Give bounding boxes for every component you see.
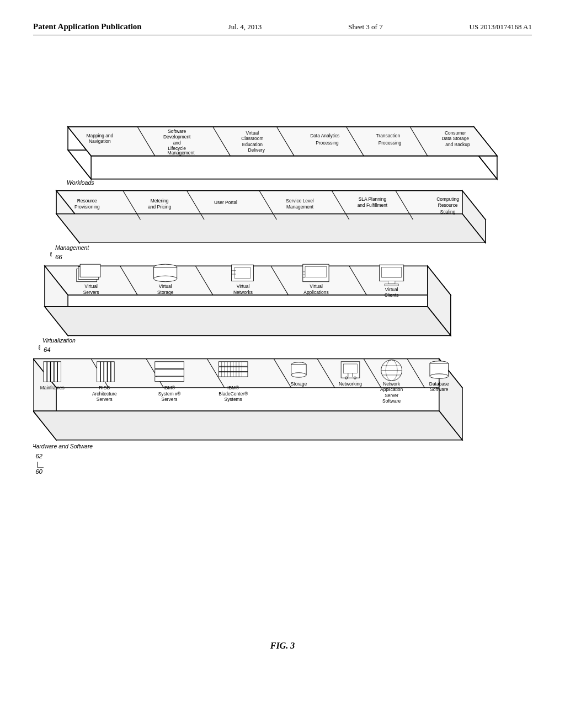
svg-text:Provisioning: Provisioning [74,204,100,210]
svg-text:Servers: Servers [162,397,178,402]
svg-rect-118 [155,362,184,369]
svg-rect-71 [231,265,253,281]
figure-label: FIG. 3 [270,641,295,651]
svg-text:Networks: Networks [233,290,253,295]
svg-text:Servers: Servers [97,397,113,402]
diagram-area: Mapping and Navigation Software Developm… [33,88,532,618]
svg-rect-63 [80,264,100,277]
svg-text:and Backup: and Backup [445,142,470,147]
svg-rect-104 [44,362,61,382]
svg-text:Clients: Clients [385,292,399,298]
svg-text:System x®: System x® [158,391,182,397]
svg-text:Virtual: Virtual [237,283,250,289]
svg-text:BladeCenter®: BladeCenter® [218,391,248,397]
svg-text:62: 62 [35,453,42,459]
svg-text:Virtual: Virtual [84,283,98,289]
svg-text:Resource: Resource [438,202,458,208]
svg-text:Development: Development [163,134,191,140]
svg-marker-96 [33,411,462,440]
svg-text:RISC: RISC [99,385,110,390]
svg-text:Systems: Systems [225,397,242,402]
svg-text:and: and [173,140,181,146]
svg-point-160 [430,374,449,378]
svg-point-140 [291,373,306,377]
svg-marker-32 [56,214,486,243]
svg-text:Mapping and: Mapping and [87,133,114,138]
svg-text:Management: Management [55,244,89,251]
svg-rect-87 [385,284,398,286]
svg-text:IBM®: IBM® [227,385,239,390]
svg-text:Server: Server [385,393,398,398]
svg-text:Management: Management [286,204,314,210]
svg-text:Virtual: Virtual [385,287,398,292]
svg-marker-4 [68,127,497,156]
svg-text:and Fulfillment: and Fulfillment [358,202,388,208]
svg-text:Consumer: Consumer [445,130,466,136]
svg-text:IBM®: IBM® [163,385,175,390]
svg-text:64: 64 [44,346,51,353]
page-header: Patent Application Publication Jul. 4, 2… [33,22,532,35]
svg-text:Storage: Storage [157,290,174,295]
svg-text:Virtual: Virtual [246,130,259,136]
svg-text:Processing: Processing [316,140,339,146]
svg-rect-77 [303,264,329,282]
svg-text:Hardware and Software: Hardware and Software [33,443,93,449]
svg-point-68 [154,276,177,282]
svg-text:and Pricing: and Pricing [148,204,171,210]
svg-rect-86 [388,281,395,284]
svg-text:Service Level: Service Level [286,198,314,204]
svg-text:Storage: Storage [291,381,307,387]
svg-rect-119 [155,369,184,376]
svg-rect-120 [155,377,184,381]
svg-text:Virtual: Virtual [310,283,323,289]
publication-title: Patent Application Publication [33,22,142,31]
publication-date: Jul. 4, 2013 [228,23,262,31]
svg-text:Data Analytics: Data Analytics [310,133,339,138]
svg-text:ℓ: ℓ [50,251,52,258]
svg-text:60: 60 [35,468,42,475]
svg-text:Resource: Resource [77,198,97,204]
svg-text:Virtual: Virtual [159,283,172,289]
svg-rect-110 [97,362,115,382]
svg-text:User Portal: User Portal [214,200,237,205]
sheet-info: Sheet 3 of 7 [348,23,382,31]
svg-text:ℓ: ℓ [38,344,40,351]
svg-text:Workloads: Workloads [67,179,94,186]
svg-text:Network: Network [383,381,401,387]
svg-text:Application: Application [380,387,403,392]
svg-text:Software: Software [168,129,186,134]
svg-text:Data Storage: Data Storage [442,136,470,141]
svg-text:Scaling: Scaling [440,209,456,215]
svg-text:Applications: Applications [303,290,328,295]
svg-text:Virtualization: Virtualization [42,337,76,344]
svg-text:SLA Planning: SLA Planning [359,196,387,202]
svg-text:Software: Software [430,387,448,392]
svg-text:Servers: Servers [83,290,99,295]
svg-text:Management: Management [168,151,195,156]
svg-text:66: 66 [55,254,62,260]
patent-number: US 2013/0174168 A1 [470,23,532,31]
svg-text:Networking: Networking [339,381,362,387]
svg-text:Architecture: Architecture [92,391,117,397]
svg-text:Processing: Processing [379,140,402,146]
svg-text:Database: Database [429,381,449,387]
patent-diagram: Mapping and Navigation Software Developm… [33,88,532,618]
svg-text:Mainframes: Mainframes [40,385,65,390]
svg-text:Software: Software [382,398,401,404]
svg-text:Metering: Metering [151,198,169,204]
svg-marker-56 [45,307,451,336]
svg-text:Education: Education [242,142,263,147]
svg-text:Navigation: Navigation [89,138,111,144]
svg-text:Classroom: Classroom [241,136,263,141]
svg-text:Transaction: Transaction [376,133,401,138]
svg-text:Delivery: Delivery [248,147,265,153]
svg-text:Computing: Computing [436,196,459,202]
